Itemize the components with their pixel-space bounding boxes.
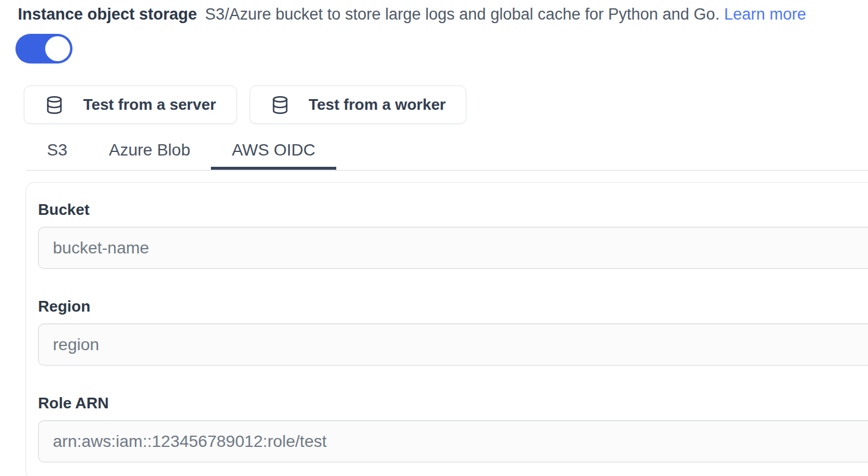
instance-object-storage-settings: Instance object storage S3/Azure bucket … (0, 4, 868, 476)
bucket-input[interactable] (38, 227, 868, 269)
aws-oidc-form-panel: Bucket Region Role ARN (26, 182, 868, 476)
role-arn-input[interactable] (38, 420, 868, 462)
region-input[interactable] (38, 323, 868, 366)
tab-azure-blob[interactable]: Azure Blob (88, 137, 211, 170)
learn-more-link[interactable]: Learn more (724, 5, 806, 23)
section-header: Instance object storage S3/Azure bucket … (18, 4, 868, 25)
region-label: Region (38, 297, 868, 316)
page-title: Instance object storage (18, 5, 197, 23)
test-from-worker-label: Test from a worker (309, 96, 446, 114)
test-from-server-label: Test from a server (83, 96, 216, 114)
region-field-group: Region (38, 297, 868, 366)
database-icon (45, 94, 64, 116)
test-from-worker-button[interactable]: Test from a worker (250, 85, 467, 124)
bucket-label: Bucket (38, 201, 868, 219)
toggle-knob (45, 36, 70, 61)
instance-object-storage-toggle[interactable] (15, 34, 72, 64)
tab-aws-oidc[interactable]: AWS OIDC (211, 137, 336, 170)
test-from-server-button[interactable]: Test from a server (24, 85, 237, 124)
database-icon (270, 94, 290, 116)
storage-provider-tabs: S3 Azure Blob AWS OIDC (26, 137, 868, 171)
section-description: S3/Azure bucket to store large logs and … (205, 5, 719, 23)
bucket-field-group: Bucket (38, 201, 868, 269)
tab-s3[interactable]: S3 (26, 137, 88, 170)
role-arn-label: Role ARN (38, 394, 868, 412)
test-button-row: Test from a server Test from a worker (24, 85, 868, 124)
role-arn-field-group: Role ARN (38, 394, 868, 462)
